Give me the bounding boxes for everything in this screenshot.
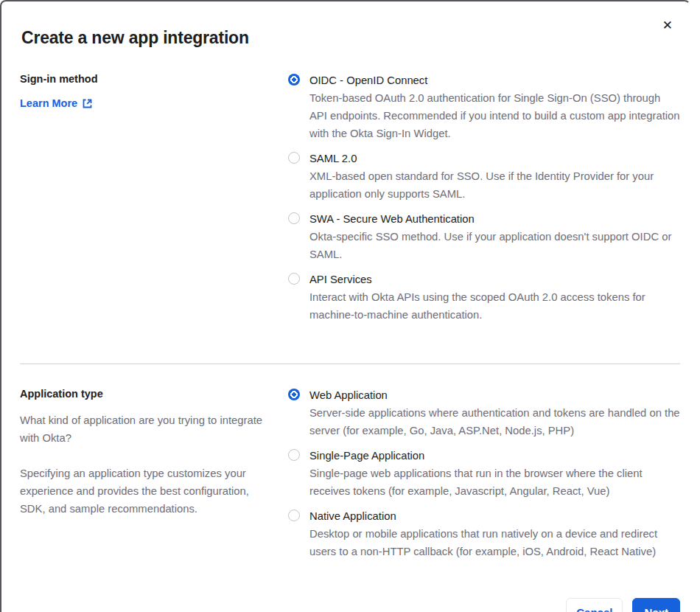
option-description: Token-based OAuth 2.0 authentication for… [309, 89, 680, 142]
radio-icon[interactable] [288, 273, 300, 285]
radio-option-swa[interactable]: SWA - Secure Web Authentication Okta-spe… [288, 210, 680, 263]
learn-more-link[interactable]: Learn More [20, 97, 93, 109]
section-divider [20, 364, 680, 364]
radio-icon[interactable] [288, 389, 300, 400]
option-label: SWA - Secure Web Authentication [309, 210, 680, 228]
cancel-button[interactable]: Cancel [566, 598, 623, 612]
application-type-section: Application type What kind of applicatio… [20, 386, 680, 568]
option-label: SAML 2.0 [309, 150, 680, 167]
radio-option-single-page-application[interactable]: Single-Page Application Single-page web … [288, 447, 680, 500]
application-type-label: Application type [20, 386, 267, 401]
learn-more-label: Learn More [20, 97, 77, 109]
signin-method-label: Sign-in method [20, 72, 267, 86]
option-description: Okta-specific SSO method. Use if your ap… [309, 228, 680, 263]
dialog-footer: Cancel Next [20, 598, 680, 612]
option-description: Server-side applications where authentic… [309, 404, 680, 439]
radio-option-api-services[interactable]: API Services Interact with Okta APIs usi… [288, 271, 680, 324]
option-label: Native Application [309, 507, 680, 525]
option-label: API Services [309, 271, 680, 288]
create-app-integration-dialog: ✕ Create a new app integration Sign-in m… [0, 0, 690, 612]
radio-option-native-application[interactable]: Native Application Desktop or mobile app… [288, 507, 680, 560]
next-button[interactable]: Next [632, 598, 680, 612]
radio-icon[interactable] [288, 152, 300, 164]
radio-option-saml[interactable]: SAML 2.0 XML-based open standard for SSO… [288, 150, 680, 203]
radio-option-web-application[interactable]: Web Application Server-side applications… [288, 386, 680, 439]
option-label: Single-Page Application [309, 447, 680, 465]
option-label: Web Application [309, 386, 680, 404]
page-title: Create a new app integration [21, 28, 680, 48]
radio-icon[interactable] [288, 449, 300, 461]
signin-method-section: Sign-in method Learn More OIDC - OpenID … [20, 72, 680, 331]
radio-option-oidc[interactable]: OIDC - OpenID Connect Token-based OAuth … [288, 72, 680, 142]
radio-icon[interactable] [288, 212, 300, 224]
radio-icon[interactable] [288, 510, 300, 521]
close-icon[interactable]: ✕ [659, 16, 676, 35]
option-description: Single-page web applications that run in… [309, 465, 680, 500]
radio-icon[interactable] [288, 74, 300, 86]
application-type-help-text: Specifying an application type customize… [20, 465, 267, 518]
option-description: XML-based open standard for SSO. Use if … [309, 167, 680, 203]
application-type-help-text: What kind of application are you trying … [20, 411, 267, 447]
option-label: OIDC - OpenID Connect [309, 72, 680, 89]
option-description: Interact with Okta APIs using the scoped… [309, 288, 680, 324]
option-description: Desktop or mobile applications that run … [309, 525, 680, 560]
external-link-icon [82, 98, 93, 109]
